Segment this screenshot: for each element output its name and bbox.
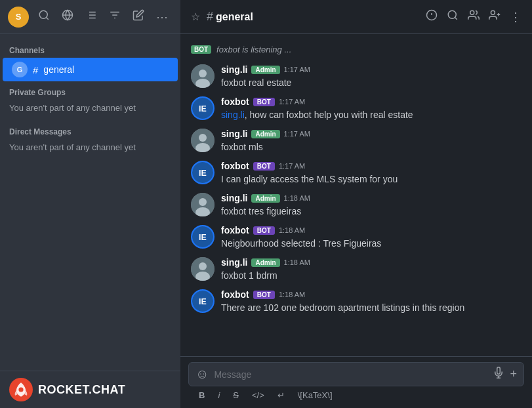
search-icon[interactable] xyxy=(447,9,459,24)
message-row: sing.li Admin 1:17 AM foxbot real estate xyxy=(191,62,522,92)
message-header: foxbot BOT 1:18 AM xyxy=(221,289,522,300)
svg-point-18 xyxy=(491,10,495,14)
italic-button[interactable]: i xyxy=(215,389,222,401)
sidebar: S ⋯ Channels G # general Private Groups … xyxy=(0,0,180,408)
bot-badge: BOT xyxy=(253,226,275,235)
message-text: foxbot real estate xyxy=(221,76,522,90)
channel-hash: # xyxy=(207,10,213,24)
chat-input-box: ☺ + xyxy=(188,362,524,386)
channel-name: general xyxy=(216,11,253,23)
message-username: sing.li xyxy=(221,64,247,75)
chat-area: ☆ # general ⋮ BOT foxbot is listening ..… xyxy=(180,0,532,408)
message-time: 1:17 AM xyxy=(284,130,310,138)
message-text: I can gladly access the MLS system for y… xyxy=(221,173,522,186)
message-row: IE foxbot BOT 1:17 AM I can gladly acces… xyxy=(191,159,522,188)
message-username: sing.li xyxy=(221,129,247,139)
search-icon[interactable] xyxy=(35,7,52,27)
chat-messages: BOT foxbot is listening ... sing.li Admi… xyxy=(180,34,532,356)
message-header: sing.li Admin 1:17 AM xyxy=(221,64,522,75)
bot-join-message: BOT foxbot is listening ... xyxy=(191,42,522,57)
globe-icon[interactable] xyxy=(59,7,76,27)
avatar xyxy=(191,193,215,216)
message-text: Neigbourhood selected : Tres Figueiras xyxy=(221,237,522,251)
message-text: There are 102 one bedroom apartment list… xyxy=(221,301,522,315)
bot-badge: BOT xyxy=(253,98,275,106)
message-row: sing.li Admin 1:18 AM foxbot tres figuei… xyxy=(191,191,522,220)
edit-icon[interactable] xyxy=(130,7,147,27)
sidebar-footer: ROCKET.CHAT xyxy=(0,371,180,408)
info-icon[interactable] xyxy=(426,9,438,24)
message-content: sing.li Admin 1:18 AM foxbot 1 bdrm xyxy=(221,257,522,283)
channel-title-group: # general xyxy=(207,10,253,24)
message-content: foxbot BOT 1:17 AM I can gladly access t… xyxy=(221,161,522,186)
svg-point-0 xyxy=(39,10,47,18)
katex-button[interactable]: \[KaTeX\] xyxy=(295,389,335,401)
sidebar-header: S ⋯ xyxy=(0,0,180,34)
emoji-button[interactable]: ☺ xyxy=(195,367,209,382)
mic-icon[interactable] xyxy=(493,367,504,382)
svg-point-17 xyxy=(470,10,474,14)
message-content: sing.li Admin 1:18 AM foxbot tres figuei… xyxy=(221,193,522,218)
message-row: IE foxbot BOT 1:18 AM Neigbourhood selec… xyxy=(191,223,522,253)
avatar: IE xyxy=(191,225,215,249)
strike-button[interactable]: S xyxy=(230,389,241,401)
svg-point-37 xyxy=(199,262,207,270)
bot-badge: BOT xyxy=(253,291,275,299)
svg-text:IE: IE xyxy=(199,169,207,178)
message-row: IE foxbot BOT 1:18 AM There are 102 one … xyxy=(191,287,522,317)
svg-text:IE: IE xyxy=(199,297,207,306)
message-header: sing.li Admin 1:18 AM xyxy=(221,257,522,268)
mention: sing.li xyxy=(221,110,245,120)
channel-avatar: G xyxy=(12,62,28,77)
message-content: foxbot BOT 1:17 AM sing.li, how can foxb… xyxy=(221,96,522,122)
message-text: foxbot mls xyxy=(221,140,522,154)
message-time: 1:17 AM xyxy=(279,98,305,106)
avatar[interactable]: S xyxy=(8,7,29,28)
chat-header: ☆ # general ⋮ xyxy=(180,0,532,34)
message-time: 1:18 AM xyxy=(284,194,310,202)
message-text: foxbot tres figueiras xyxy=(221,205,522,218)
sidebar-channel-label: general xyxy=(43,64,74,75)
private-groups-section-title: Private Groups xyxy=(0,81,180,100)
direct-messages-section-title: Direct Messages xyxy=(0,121,180,139)
link-button[interactable]: ↵ xyxy=(275,389,287,401)
message-content: sing.li Admin 1:17 AM foxbot real estate xyxy=(221,64,522,90)
message-username: sing.li xyxy=(221,193,247,203)
avatar: IE xyxy=(191,96,215,120)
kebab-icon[interactable]: ⋮ xyxy=(510,10,522,24)
message-content: foxbot BOT 1:18 AM Neigbourhood selected… xyxy=(221,225,522,251)
sort-icon[interactable] xyxy=(106,7,123,27)
send-icon[interactable]: + xyxy=(510,367,517,381)
channel-hash-icon: # xyxy=(33,64,38,75)
more-icon[interactable]: ⋯ xyxy=(153,7,171,27)
message-time: 1:17 AM xyxy=(284,66,310,73)
svg-point-15 xyxy=(448,10,456,18)
private-groups-empty-text: You aren't part of any channel yet xyxy=(0,100,180,121)
sidebar-item-general[interactable]: G # general xyxy=(3,58,178,81)
bold-button[interactable]: B xyxy=(196,389,207,401)
message-username: foxbot xyxy=(221,161,249,171)
admin-badge: Admin xyxy=(251,66,279,74)
star-icon[interactable]: ☆ xyxy=(191,10,200,23)
direct-messages-empty-text: You aren't part of any channel yet xyxy=(0,139,180,160)
message-time: 1:17 AM xyxy=(279,162,305,170)
chat-input-area: ☺ + B i S </> ↵ \[KaTeX\] xyxy=(180,356,532,408)
chat-header-actions: ⋮ xyxy=(426,9,522,24)
members-icon[interactable] xyxy=(468,9,480,24)
message-row: sing.li Admin 1:18 AM foxbot 1 bdrm xyxy=(191,255,522,285)
bot-badge: BOT xyxy=(191,45,211,54)
message-input[interactable] xyxy=(214,369,487,380)
message-username: foxbot xyxy=(221,289,249,300)
svg-point-11 xyxy=(18,387,23,392)
chat-toolbar: B i S </> ↵ \[KaTeX\] xyxy=(188,386,524,405)
svg-point-22 xyxy=(199,70,207,77)
channels-section-title: Channels xyxy=(0,39,180,58)
message-content: foxbot BOT 1:18 AM There are 102 one bed… xyxy=(221,289,522,315)
code-button[interactable]: </> xyxy=(249,389,267,401)
sidebar-nav: Channels G # general Private Groups You … xyxy=(0,34,180,371)
svg-line-16 xyxy=(455,17,457,19)
bot-join-text: foxbot is listening ... xyxy=(216,45,291,54)
add-member-icon[interactable] xyxy=(489,9,501,24)
message-text: foxbot 1 bdrm xyxy=(221,269,522,283)
list-icon[interactable] xyxy=(83,7,100,27)
